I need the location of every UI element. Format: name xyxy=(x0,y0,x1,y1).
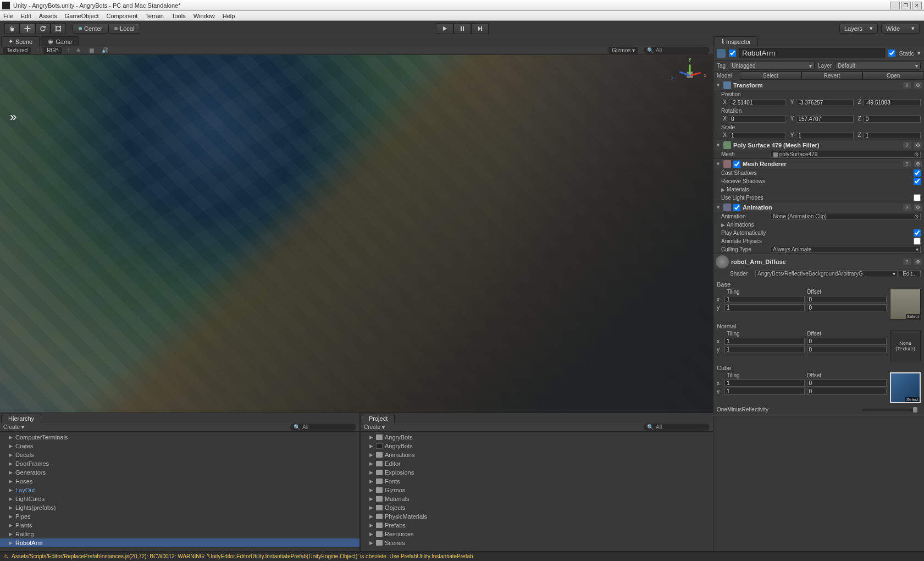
help-icon[interactable]: ? xyxy=(903,204,911,211)
hierarchy-item[interactable]: ▶Decals xyxy=(0,450,359,459)
maximize-button[interactable]: ❐ xyxy=(901,2,911,9)
tab-hierarchy[interactable]: Hierarchy xyxy=(1,414,41,423)
hierarchy-create-dropdown[interactable]: Create ▾ xyxy=(3,424,24,430)
tab-game[interactable]: ◉Game xyxy=(41,36,79,46)
hand-tool[interactable] xyxy=(4,23,20,34)
foldout-icon[interactable]: ▼ xyxy=(716,161,721,167)
hierarchy-search[interactable]: 🔍All xyxy=(290,424,356,431)
scale-tool[interactable] xyxy=(51,23,66,34)
menu-component[interactable]: Component xyxy=(106,13,137,19)
hierarchy-item[interactable]: ▶RobotArm xyxy=(0,538,359,547)
move-tool[interactable] xyxy=(20,23,35,34)
project-item[interactable]: ▶Editor xyxy=(361,459,713,468)
cube-offset-x[interactable] xyxy=(807,380,887,387)
audio-toggle-icon[interactable]: 🔊 xyxy=(101,47,109,54)
close-button[interactable]: ✕ xyxy=(912,2,922,9)
foldout-icon[interactable]: ▼ xyxy=(716,142,721,148)
layer-dropdown[interactable]: Default▾ xyxy=(835,62,921,70)
play-button[interactable] xyxy=(436,23,453,34)
scale-z[interactable] xyxy=(864,132,921,139)
project-tree[interactable]: ▶AngryBots▶AngryBots▶Animations▶Editor▶E… xyxy=(361,432,713,551)
normal-offset-x[interactable] xyxy=(807,338,887,345)
hierarchy-item[interactable]: ▶LayOut xyxy=(0,486,359,494)
base-tiling-y[interactable] xyxy=(724,304,805,311)
minimize-button[interactable]: _ xyxy=(890,2,900,9)
object-name-field[interactable] xyxy=(739,48,885,58)
space-toggle[interactable]: Local xyxy=(108,24,140,34)
menu-gameobject[interactable]: GameObject xyxy=(65,13,99,19)
mesh-field[interactable]: ▦ polySurface479⊙ xyxy=(771,151,921,158)
tab-inspector[interactable]: ℹInspector xyxy=(715,36,758,46)
shader-dropdown[interactable]: AngryBots/ReflectiveBackgroundArbitraryG… xyxy=(755,270,898,277)
project-item[interactable]: ▶Materials xyxy=(361,494,713,503)
gear-icon[interactable]: ⚙ xyxy=(914,82,922,89)
hierarchy-item[interactable]: ▶Railing xyxy=(0,530,359,538)
position-x[interactable] xyxy=(729,99,786,106)
rendermode-dropdown[interactable]: RGB xyxy=(43,47,62,54)
hierarchy-item[interactable]: ▶Lights(prefabs) xyxy=(0,503,359,512)
project-item[interactable]: ▶Animations xyxy=(361,450,713,459)
gear-icon[interactable]: ⚙ xyxy=(914,161,922,167)
rotation-x[interactable] xyxy=(729,116,786,123)
step-button[interactable] xyxy=(471,23,489,34)
menu-edit[interactable]: Edit xyxy=(21,13,31,19)
gear-icon[interactable]: ⚙ xyxy=(914,204,922,211)
meshrenderer-enabled-checkbox[interactable] xyxy=(733,161,740,168)
animation-clip-field[interactable]: None (Animation Clip)⊙ xyxy=(771,213,921,220)
fx-toggle-icon[interactable]: ▦ xyxy=(88,47,96,54)
base-tiling-x[interactable] xyxy=(724,296,805,303)
project-item[interactable]: ▶Fonts xyxy=(361,477,713,486)
tab-scene[interactable]: ✦Scene xyxy=(1,36,40,46)
hierarchy-item[interactable]: ▶DoorFrames xyxy=(0,459,359,468)
project-item[interactable]: ▶Objects xyxy=(361,503,713,512)
cullingtype-dropdown[interactable]: Always Animate▾ xyxy=(771,246,921,253)
object-active-checkbox[interactable] xyxy=(729,50,736,57)
normal-offset-y[interactable] xyxy=(807,346,887,353)
project-item[interactable]: ▶Gizmos xyxy=(361,486,713,494)
foldout-icon[interactable]: ▼ xyxy=(716,205,721,210)
project-item[interactable]: ▶Explosions xyxy=(361,468,713,477)
layout-dropdown[interactable]: Wide▾ xyxy=(881,24,920,34)
project-search[interactable]: 🔍All xyxy=(644,424,710,431)
gizmos-dropdown[interactable]: Gizmos ▾ xyxy=(608,47,638,54)
menu-window[interactable]: Window xyxy=(193,13,215,19)
normal-tiling-x[interactable] xyxy=(724,338,805,345)
project-item[interactable]: ▶AngryBots xyxy=(361,442,713,450)
help-icon[interactable]: ? xyxy=(903,161,911,167)
cube-tiling-y[interactable] xyxy=(724,388,805,395)
project-create-dropdown[interactable]: Create ▾ xyxy=(364,424,385,430)
project-item[interactable]: ▶Prefabs xyxy=(361,521,713,530)
normal-tiling-y[interactable] xyxy=(724,346,805,353)
animphys-checkbox[interactable] xyxy=(914,238,921,245)
playauto-checkbox[interactable] xyxy=(914,229,921,237)
base-offset-x[interactable] xyxy=(807,296,887,303)
project-item[interactable]: ▶Resources xyxy=(361,530,713,538)
hierarchy-item[interactable]: ▶ComputerTerminals xyxy=(0,433,359,442)
materials-label[interactable]: Materials xyxy=(727,186,776,193)
prefab-revert-button[interactable]: Revert xyxy=(801,72,863,80)
base-offset-y[interactable] xyxy=(807,304,887,311)
menu-terrain[interactable]: Terrain xyxy=(145,13,164,19)
hierarchy-item[interactable]: ▶Pipes xyxy=(0,512,359,521)
light-toggle-icon[interactable]: ☀ xyxy=(75,47,82,54)
hierarchy-tree[interactable]: ▶ComputerTerminals▶Crates▶Decals▶DoorFra… xyxy=(0,432,359,551)
scene-view[interactable]: » x y z xyxy=(0,55,713,413)
rotation-z[interactable] xyxy=(864,116,921,123)
menu-assets[interactable]: Assets xyxy=(39,13,57,19)
help-icon[interactable]: ? xyxy=(903,142,911,148)
animations-label[interactable]: Animations xyxy=(727,222,776,228)
menu-tools[interactable]: Tools xyxy=(171,13,186,19)
gizmo-y-axis[interactable] xyxy=(689,65,691,76)
cube-offset-y[interactable] xyxy=(807,388,887,395)
animation-enabled-checkbox[interactable] xyxy=(733,204,740,211)
help-icon[interactable]: ? xyxy=(903,82,911,89)
base-texture-slot[interactable]: Select xyxy=(890,289,921,320)
scale-x[interactable] xyxy=(729,132,786,139)
hierarchy-item[interactable]: ▶Hoses xyxy=(0,477,359,486)
gear-icon[interactable]: ⚙ xyxy=(914,258,922,265)
position-z[interactable] xyxy=(864,99,921,106)
shading-dropdown[interactable]: Textured xyxy=(3,47,31,54)
project-item[interactable]: ▶AngryBots xyxy=(361,433,713,442)
pivot-toggle[interactable]: Center xyxy=(73,24,108,34)
layers-dropdown[interactable]: Layers▾ xyxy=(839,24,878,34)
